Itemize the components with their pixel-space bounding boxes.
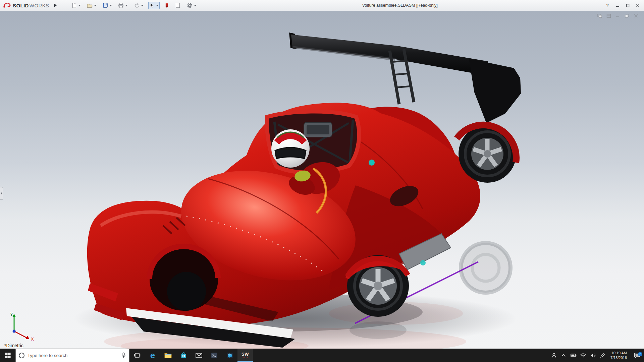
save-button[interactable] bbox=[101, 2, 113, 9]
search-input[interactable] bbox=[28, 353, 118, 358]
minimize-button[interactable] bbox=[612, 0, 623, 11]
notification-badge: 2 bbox=[638, 352, 642, 356]
volume-button[interactable] bbox=[588, 349, 598, 362]
taskbar-search-box[interactable] bbox=[15, 349, 129, 362]
system-tray: 10:19 AM 7/13/2018 2 bbox=[549, 349, 644, 362]
action-center-button[interactable]: 2 bbox=[630, 353, 644, 358]
help-button[interactable]: ? bbox=[602, 0, 612, 11]
3d-scene[interactable] bbox=[0, 11, 644, 349]
doc-new-window-button[interactable] bbox=[596, 13, 603, 19]
dropdown-caret-icon bbox=[125, 5, 128, 6]
options-button[interactable] bbox=[185, 2, 198, 9]
doc-minimize-button[interactable] bbox=[614, 13, 621, 19]
edge-icon: e bbox=[150, 351, 155, 360]
doc-restore-button[interactable] bbox=[624, 13, 630, 19]
display-settings-button[interactable] bbox=[163, 2, 170, 9]
undo-button[interactable] bbox=[132, 2, 145, 9]
select-tool-button[interactable] bbox=[148, 2, 160, 9]
graphics-viewport[interactable]: Y X *Dimetric bbox=[0, 11, 644, 349]
taskbar-app-file-explorer[interactable] bbox=[160, 349, 176, 362]
feature-manager-collapsed-tab[interactable] bbox=[0, 187, 3, 200]
taskbar-app-store[interactable] bbox=[176, 349, 191, 362]
new-document-icon bbox=[71, 2, 77, 8]
dropdown-caret-icon bbox=[156, 5, 159, 6]
front-left-wheel-arch[interactable] bbox=[150, 246, 218, 311]
close-button[interactable] bbox=[633, 0, 643, 11]
dropdown-caret-icon bbox=[141, 5, 144, 6]
brand-solid: SOLID bbox=[13, 3, 29, 8]
close-icon bbox=[636, 4, 640, 7]
task-view-icon bbox=[134, 353, 141, 358]
menu-expand-button[interactable] bbox=[52, 2, 59, 9]
taskbar-app-mail[interactable] bbox=[191, 349, 207, 362]
taskbar-app-terminal[interactable] bbox=[207, 349, 222, 362]
print-button[interactable] bbox=[117, 2, 129, 9]
helmet-visor bbox=[275, 147, 306, 159]
undo-arrow-icon bbox=[133, 2, 140, 8]
mail-icon bbox=[196, 353, 202, 358]
select-cursor-icon bbox=[149, 2, 155, 8]
open-folder-icon bbox=[87, 2, 93, 8]
brand-works: WORKS bbox=[30, 3, 49, 8]
triad-y-label: Y bbox=[10, 312, 13, 317]
collapse-arrow-icon bbox=[1, 192, 2, 195]
doc-show-window-button[interactable] bbox=[605, 13, 612, 19]
file-properties-icon bbox=[175, 2, 181, 8]
windows-logo-icon bbox=[5, 353, 11, 358]
new-window-icon bbox=[597, 14, 602, 18]
battery-button[interactable] bbox=[569, 349, 578, 362]
maximize-button[interactable] bbox=[623, 0, 633, 11]
battery-icon bbox=[571, 354, 577, 357]
network-button[interactable] bbox=[578, 349, 588, 362]
dropdown-caret-icon bbox=[94, 5, 97, 6]
windows-ink-button[interactable] bbox=[598, 349, 607, 362]
main-toolbar bbox=[70, 0, 198, 11]
microphone-icon[interactable] bbox=[121, 352, 126, 358]
taskbar-app-edge[interactable]: e bbox=[145, 349, 160, 362]
pen-icon bbox=[600, 353, 605, 358]
document-title: Voiture assemblee.SLDASM [Read-only] bbox=[198, 3, 602, 8]
doc-minimize-icon bbox=[616, 14, 620, 18]
show-window-icon bbox=[606, 14, 611, 18]
window-controls: ? bbox=[602, 0, 643, 11]
clock-date: 7/13/2018 bbox=[610, 355, 627, 360]
file-explorer-icon bbox=[164, 352, 172, 358]
new-document-button[interactable] bbox=[70, 2, 82, 9]
doc-close-button[interactable] bbox=[633, 13, 639, 19]
wifi-icon bbox=[580, 353, 586, 358]
dropdown-caret-icon bbox=[78, 5, 81, 6]
orientation-triad: Y X bbox=[2, 311, 36, 341]
file-properties-button[interactable] bbox=[174, 2, 182, 9]
document-window-controls bbox=[596, 13, 639, 19]
options-gear-icon bbox=[186, 2, 193, 9]
dropdown-caret-icon bbox=[194, 5, 197, 6]
task-view-button[interactable] bbox=[129, 349, 145, 362]
title-bar: SOLIDWORKS bbox=[0, 0, 644, 11]
triad-x-label: X bbox=[31, 337, 34, 341]
taskbar-app-solidworks[interactable]: SW 2017 bbox=[237, 349, 253, 362]
doc-close-icon bbox=[634, 14, 638, 18]
solidworks-window: SOLIDWORKS bbox=[0, 0, 644, 362]
taskbar: e bbox=[0, 349, 644, 362]
hidden-icons-button[interactable] bbox=[559, 349, 569, 362]
driver-helmet[interactable] bbox=[271, 129, 310, 168]
taskbar-clock[interactable]: 10:19 AM 7/13/2018 bbox=[607, 351, 630, 360]
chevron-up-icon bbox=[561, 354, 566, 357]
store-icon bbox=[180, 352, 187, 359]
minimize-icon bbox=[616, 4, 620, 7]
people-icon bbox=[551, 353, 557, 358]
solidworks-taskbar-icon: SW 2017 bbox=[241, 352, 249, 359]
start-button[interactable] bbox=[0, 349, 15, 362]
dassault-swoosh-icon bbox=[3, 2, 12, 9]
dropdown-caret-icon bbox=[109, 5, 112, 6]
edrawings-icon bbox=[226, 352, 233, 359]
clock-time: 10:19 AM bbox=[611, 351, 627, 355]
terminal-icon bbox=[211, 352, 218, 359]
appearance-cylinder-icon bbox=[164, 2, 169, 8]
taskbar-app-edrawings[interactable] bbox=[222, 349, 237, 362]
doc-restore-icon bbox=[625, 14, 629, 18]
people-button[interactable] bbox=[549, 349, 559, 362]
expand-arrow-icon bbox=[54, 4, 57, 7]
save-floppy-icon bbox=[102, 2, 108, 8]
open-button[interactable] bbox=[86, 2, 98, 9]
